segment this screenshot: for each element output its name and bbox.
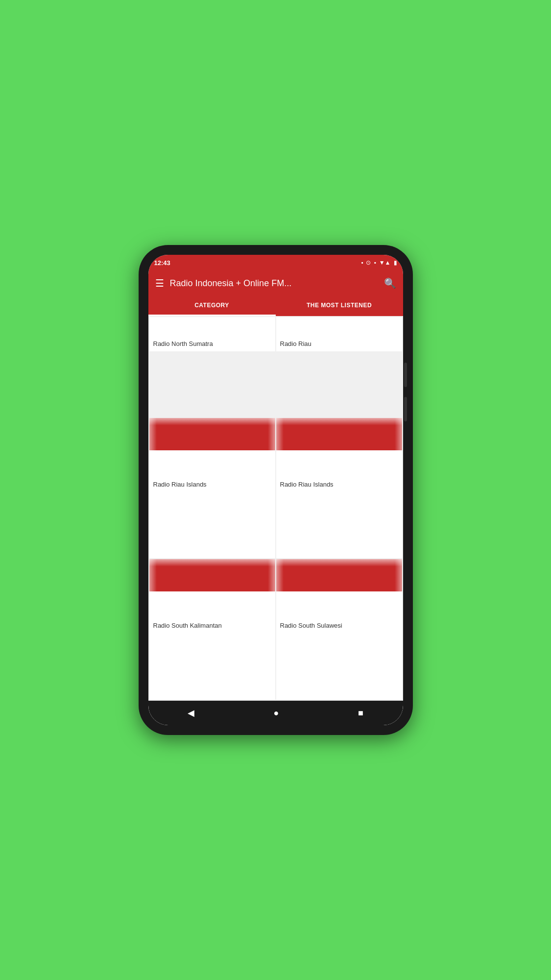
- tab-category[interactable]: CATEGORY: [148, 296, 276, 316]
- item-label: Radio Riau: [276, 336, 402, 351]
- tabs-container: CATEGORY THE MOST LISTENED: [148, 296, 403, 316]
- item-label: Radio South Kalimantan: [149, 618, 275, 634]
- item-label: Radio Riau Islands: [276, 477, 402, 493]
- search-icon[interactable]: 🔍: [384, 277, 396, 289]
- grid-content: Radio North Sumatra Radio Riau Radio Ria…: [148, 316, 403, 701]
- status-time: 12:43: [154, 259, 170, 267]
- flag-image: [149, 418, 275, 477]
- list-item[interactable]: Radio Riau Islands: [149, 418, 275, 559]
- list-item[interactable]: Radio Riau Islands: [276, 418, 402, 559]
- list-item[interactable]: Radio North Sumatra: [149, 317, 275, 351]
- toolbar: ☰ Radio Indonesia + Online FM... 🔍: [148, 270, 403, 296]
- wifi-icon: ⊙: [366, 259, 371, 266]
- sim-icon: ▪: [361, 259, 363, 266]
- status-icons: ▪ ⊙ ▪ ▼▲ ▮: [361, 259, 397, 266]
- phone-frame: 12:43 ▪ ⊙ ▪ ▼▲ ▮ ☰ Radio Indonesia + Onl…: [139, 245, 413, 735]
- status-bar: 12:43 ▪ ⊙ ▪ ▼▲ ▮: [148, 255, 403, 270]
- list-item[interactable]: Radio South Sulawesi: [276, 559, 402, 700]
- sd-icon: ▪: [374, 259, 376, 266]
- home-button[interactable]: ●: [262, 704, 291, 722]
- item-label: Radio North Sumatra: [149, 336, 275, 351]
- nav-bar: ◀ ● ■: [148, 701, 403, 725]
- battery-icon: ▮: [394, 259, 397, 266]
- recent-button[interactable]: ■: [346, 704, 375, 722]
- side-button-1: [404, 363, 407, 387]
- item-label: Radio Riau Islands: [149, 477, 275, 493]
- toolbar-title: Radio Indonesia + Online FM...: [170, 278, 378, 289]
- list-item[interactable]: Radio Riau: [276, 317, 402, 351]
- hamburger-icon[interactable]: ☰: [155, 277, 164, 289]
- signal-icon: ▼▲: [379, 259, 391, 266]
- back-button[interactable]: ◀: [176, 704, 206, 722]
- phone-screen: 12:43 ▪ ⊙ ▪ ▼▲ ▮ ☰ Radio Indonesia + Onl…: [148, 255, 403, 725]
- flag-image: [276, 418, 402, 477]
- side-button-2: [404, 397, 407, 421]
- tab-most-listened[interactable]: THE MOST LISTENED: [276, 296, 403, 316]
- flag-image: [276, 559, 402, 618]
- list-item[interactable]: Radio South Kalimantan: [149, 559, 275, 700]
- flag-image: [149, 559, 275, 618]
- item-label: Radio South Sulawesi: [276, 618, 402, 634]
